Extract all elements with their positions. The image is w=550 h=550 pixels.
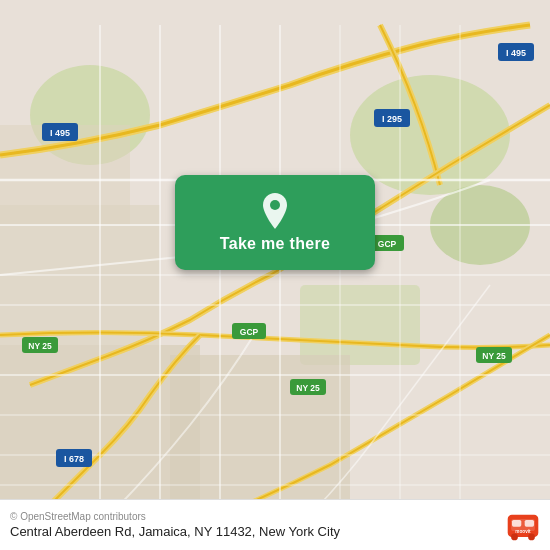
- svg-text:NY 25: NY 25: [296, 383, 320, 393]
- svg-text:moovit: moovit: [515, 529, 531, 534]
- svg-text:I 495: I 495: [506, 48, 526, 58]
- svg-point-42: [270, 200, 280, 210]
- take-me-there-button[interactable]: Take me there: [175, 175, 375, 270]
- svg-text:GCP: GCP: [378, 239, 397, 249]
- svg-text:I 678: I 678: [64, 454, 84, 464]
- location-pin-icon: [259, 193, 291, 229]
- svg-point-45: [511, 534, 518, 541]
- svg-text:I 495: I 495: [50, 128, 70, 138]
- svg-point-46: [528, 534, 535, 541]
- svg-rect-4: [300, 285, 420, 365]
- svg-rect-48: [525, 520, 534, 527]
- svg-rect-47: [512, 520, 521, 527]
- map-container: I 495 I 495 I 295 I 678 GCP GCP NY 25 NY…: [0, 0, 550, 550]
- svg-text:NY 25: NY 25: [28, 341, 52, 351]
- bottom-bar-info: © OpenStreetMap contributors Central Abe…: [10, 511, 340, 539]
- map-svg: I 495 I 495 I 295 I 678 GCP GCP NY 25 NY…: [0, 0, 550, 550]
- svg-text:NY 25: NY 25: [482, 351, 506, 361]
- svg-text:I 295: I 295: [382, 114, 402, 124]
- bottom-bar: © OpenStreetMap contributors Central Abe…: [0, 499, 550, 550]
- button-label: Take me there: [220, 235, 330, 253]
- osm-credit: © OpenStreetMap contributors: [10, 511, 340, 522]
- address-text: Central Aberdeen Rd, Jamaica, NY 11432, …: [10, 524, 340, 539]
- moovit-icon: moovit: [506, 508, 540, 542]
- svg-text:GCP: GCP: [240, 327, 259, 337]
- moovit-logo: moovit: [506, 508, 540, 542]
